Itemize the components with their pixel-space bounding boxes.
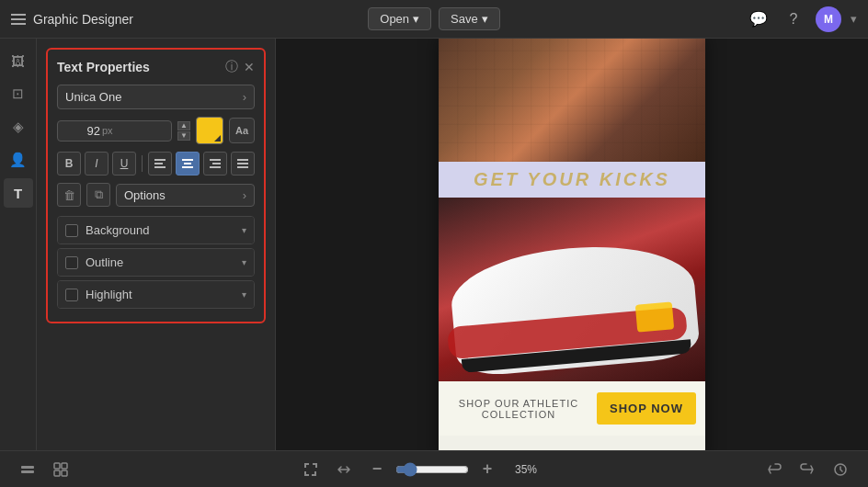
svg-rect-5 [182,166,193,168]
main: 🖼 ⊡ ◈ 👤 T Text Properties ⓘ ✕ [0,39,868,450]
format-row: B I U [57,152,255,176]
zoom-minus-icon[interactable]: − [364,457,390,482]
open-chevron-icon: ▾ [413,12,419,26]
highlight-checkbox[interactable] [65,289,78,301]
zoom-plus-icon[interactable]: + [474,457,500,482]
sidebar-item-brand[interactable]: 👤 [4,145,33,175]
font-selector[interactable]: Unica One › [57,85,255,109]
svg-rect-8 [210,166,221,168]
bottombar-left [15,457,74,482]
font-name: Unica One [65,90,121,104]
svg-rect-15 [62,463,67,469]
format-separator-1 [142,155,143,172]
bold-button[interactable]: B [57,152,81,176]
sidebar-item-template[interactable]: ⊡ [4,79,33,108]
open-label: Open [380,12,409,26]
cta-sub-text: SHOP OUR ATHLETIC COLLECTION [448,398,589,420]
duplicate-icon[interactable]: ⧉ [86,183,110,207]
outline-checkbox[interactable] [65,256,78,269]
app-title: Graphic Designer [33,12,133,27]
align-justify-button[interactable] [231,152,255,176]
chat-icon[interactable]: 💬 [746,6,771,32]
topbar-left: Graphic Designer [11,12,359,27]
svg-rect-3 [182,159,193,161]
delete-icon[interactable]: 🗑 [57,183,81,207]
background-accordion: Background ▾ [57,216,255,244]
close-icon[interactable]: ✕ [244,60,255,74]
headline-text: GET YOUR KICKS [474,169,670,189]
options-button[interactable]: Options › [116,184,255,207]
fit-screen-icon[interactable] [298,457,324,482]
menu-icon[interactable] [11,14,26,25]
highlight-accordion-header[interactable]: Highlight ▾ [58,281,254,308]
save-chevron-icon: ▾ [482,12,488,26]
topbar: Graphic Designer Open ▾ Save ▾ 💬 ? M ▾ [0,0,868,39]
undo-icon[interactable] [761,457,787,482]
text-icon: T [14,186,22,201]
bottombar-center: − + 35% [81,457,754,482]
background-label: Background [86,223,234,237]
headline-band: GET YOUR KICKS [439,162,705,198]
element-icon: ◈ [13,119,24,135]
svg-rect-0 [154,159,166,161]
grid-icon[interactable] [48,457,74,482]
svg-rect-13 [21,470,34,473]
highlight-accordion: Highlight ▾ [57,280,255,309]
layers-icon[interactable] [15,457,40,482]
svg-rect-17 [62,470,67,476]
background-chevron-icon: ▾ [242,225,246,235]
zoom-slider[interactable] [395,462,469,477]
sidebar-item-text[interactable]: T [4,178,33,208]
svg-rect-14 [54,463,60,469]
avatar[interactable]: M [816,6,841,32]
underline-button[interactable]: U [112,152,136,176]
align-justify-icon [237,159,248,168]
svg-rect-4 [184,163,191,164]
fit-width-icon[interactable] [331,457,357,482]
color-swatch[interactable] [196,117,223,144]
outline-accordion: Outline ▾ [57,248,255,277]
size-input-wrap: px [57,120,172,142]
brand-icon: 👤 [9,152,27,168]
align-left-button[interactable] [148,152,172,176]
design-canvas: GET YOUR KICKS SHOP OUR ATHLETIC COLLECT… [439,39,705,450]
options-row: 🗑 ⧉ Options › [57,183,255,207]
size-down-button[interactable]: ▼ [177,131,190,141]
background-checkbox[interactable] [65,224,78,237]
template-icon: ⊡ [12,85,24,102]
size-up-button[interactable]: ▲ [177,121,190,130]
svg-rect-1 [154,163,163,164]
zoom-percentage: 35% [508,463,537,476]
cta-button[interactable]: SHOP NOW [597,392,696,425]
sidebar-item-element[interactable]: ◈ [4,112,33,142]
svg-rect-6 [210,159,221,161]
text-properties-title: Text Properties [57,60,150,74]
info-icon[interactable]: ⓘ [225,59,238,75]
background-accordion-header[interactable]: Background ▾ [58,217,254,244]
align-right-button[interactable] [203,152,227,176]
text-properties-header-icons: ⓘ ✕ [225,59,255,75]
svg-rect-16 [54,470,60,476]
save-button[interactable]: Save ▾ [439,7,500,30]
case-button[interactable]: Aa [229,118,255,143]
size-input[interactable] [63,124,100,138]
align-left-icon [154,159,166,168]
sidebar-item-image[interactable]: 🖼 [4,46,33,75]
underline-icon: U [120,157,129,170]
open-button[interactable]: Open ▾ [368,7,431,30]
size-unit: px [102,125,113,136]
canvas-area[interactable]: GET YOUR KICKS SHOP OUR ATHLETIC COLLECT… [276,39,868,450]
svg-rect-9 [237,159,248,161]
outline-accordion-header[interactable]: Outline ▾ [58,249,254,276]
options-chevron-icon: › [243,188,246,202]
redo-icon[interactable] [794,457,820,482]
history-icon[interactable] [828,457,853,482]
help-icon[interactable]: ? [781,6,806,32]
align-center-button[interactable] [176,152,200,176]
svg-rect-11 [237,166,248,168]
avatar-chevron-icon: ▾ [851,12,857,26]
svg-rect-12 [21,466,34,469]
italic-button[interactable]: I [85,152,108,176]
bold-icon: B [65,157,74,170]
text-properties-card: Text Properties ⓘ ✕ Unica One › px ▲ [46,48,266,323]
